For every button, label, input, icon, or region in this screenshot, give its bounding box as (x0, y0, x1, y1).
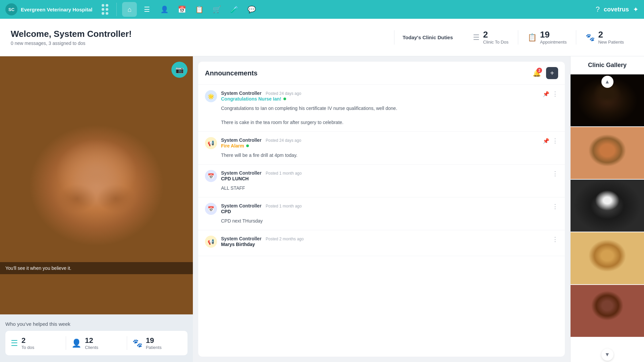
header-bar: Welcome, System Controller! 0 new messag… (0, 19, 644, 56)
announcement-meta: System Controller Posted 24 days ago Fir… (221, 137, 539, 148)
patients-stat: 🐾 19 Patients (132, 336, 182, 350)
nav-clients-button[interactable]: 👤 (157, 2, 172, 17)
dots-icon[interactable] (102, 4, 111, 15)
main-layout: 📷 You'll see it when you believe it. Who… (0, 56, 644, 362)
announcement-meta: System Controller Posted 1 month ago CPD… (221, 170, 548, 181)
announcement-poster: System Controller (221, 137, 262, 143)
add-announcement-button[interactable]: + (546, 67, 558, 79)
announcement-subject: Congratulations Nurse Ian! (221, 96, 539, 102)
patients-stat-icon: 🐾 (132, 339, 143, 348)
camera-button[interactable]: 📷 (171, 62, 187, 78)
announcement-avatar: 📅 (205, 170, 217, 182)
nav-home-button[interactable]: ⌂ (122, 2, 137, 17)
covetrus-logo: covetrus (604, 6, 629, 13)
announcement-item: 📅 System Controller Posted 1 month ago C… (198, 197, 565, 230)
announcement-item-actions: 📌 ⋮ (543, 137, 558, 144)
stats-label: Who you've helped this week (5, 321, 187, 327)
nav-cart-button[interactable]: 🛒 (209, 2, 224, 17)
hero-image: 📷 You'll see it when you believe it. (0, 56, 193, 314)
nav-divider (116, 3, 117, 16)
announcement-poster: System Controller (221, 170, 262, 176)
announcements-list: 🌟 System Controller Posted 24 days ago C… (198, 85, 565, 256)
clients-stat: 👤 12 Clients (71, 336, 127, 350)
announcement-time: Posted 2 months ago (266, 237, 304, 241)
welcome-title: Welcome, System Controller! (11, 29, 386, 39)
stats-bar: Who you've helped this week ☰ 2 To dos 👤… (0, 314, 193, 362)
duties-label: Today's Clinic Duties (402, 35, 453, 40)
help-button[interactable]: ? (596, 5, 600, 14)
announcement-avatar: 📢 (205, 137, 217, 149)
announcement-body: Congratulations to Ian on completing his… (221, 105, 558, 126)
center-panel: Announcements 🔔 2 + 🌟 System Controller (193, 56, 570, 362)
patients-stat-label: Patients (146, 345, 162, 350)
announcements-card: Announcements 🔔 2 + 🌟 System Controller (198, 62, 565, 357)
nav-records-button[interactable]: ☰ (140, 2, 154, 17)
nav-notes-button[interactable]: 📋 (192, 2, 207, 17)
todos-label: Clinic To Dos (483, 40, 508, 45)
gallery-scroll-down-button[interactable]: ▼ (601, 349, 613, 361)
announcement-meta: System Controller Posted 24 days ago Con… (221, 90, 539, 102)
gallery-image-beagle[interactable] (571, 232, 644, 284)
todos-stat-label: To dos (21, 345, 34, 350)
nav-chat-button[interactable]: 💬 (244, 2, 259, 17)
announcements-title: Announcements (205, 69, 258, 77)
more-options-button[interactable]: ⋮ (552, 137, 558, 144)
todos-stat-icon: ☰ (11, 339, 18, 348)
gallery-image-spaniel[interactable] (571, 285, 644, 337)
gallery-image-cat[interactable] (571, 127, 644, 179)
duties-section: Today's Clinic Duties ☰ 2 Clinic To Dos … (394, 30, 633, 45)
announcement-avatar: 📢 (205, 236, 217, 248)
notifications-bell-button[interactable]: 🔔 2 (531, 67, 543, 79)
nav-right-section: ? covetrus ✦ (596, 5, 639, 14)
todos-stat-count: 2 (21, 336, 34, 345)
more-options-button[interactable]: ⋮ (552, 90, 558, 98)
todos-count: 2 (483, 30, 508, 39)
announcement-item-actions: ⋮ (552, 170, 558, 177)
clients-stat-label: Clients (85, 345, 98, 350)
new-patients-item[interactable]: 🐾 2 New Patients (576, 30, 633, 45)
right-panel: Clinic Gallery ▲ ▼ (570, 56, 644, 362)
announcement-item: 📢 System Controller Posted 2 months ago … (198, 230, 565, 256)
gallery-image-border-collie[interactable] (571, 180, 644, 232)
announcement-item: 📅 System Controller Posted 1 month ago C… (198, 165, 565, 197)
pin-button[interactable]: 📌 (543, 138, 549, 144)
top-navigation: SC Evergreen Veterinary Hospital ⌂ ☰ 👤 📅… (0, 0, 644, 19)
announcement-item-actions: 📌 ⋮ (543, 90, 558, 98)
announcement-time: Posted 24 days ago (266, 138, 301, 143)
announcement-item-actions: ⋮ (552, 203, 558, 210)
announcement-body: There will be a fire drill at 4pm today. (221, 152, 558, 159)
clinic-todos-item[interactable]: ☰ 2 Clinic To Dos (464, 30, 518, 45)
announcement-item: 📢 System Controller Posted 24 days ago F… (198, 132, 565, 165)
announcement-item: 🌟 System Controller Posted 24 days ago C… (198, 85, 565, 132)
announcement-time: Posted 1 month ago (266, 171, 302, 176)
new-patients-icon: 🐾 (586, 33, 595, 42)
gallery-title: Clinic Gallery (571, 56, 644, 74)
todos-stat: ☰ 2 To dos (11, 336, 66, 350)
announcement-body: CPD next THursday (221, 218, 558, 225)
gallery-images (571, 74, 644, 337)
announcement-avatar: 🌟 (205, 90, 217, 102)
nav-lab-button[interactable]: 🧪 (227, 2, 241, 17)
gallery-scroll-up-button[interactable]: ▲ (601, 76, 613, 88)
announcement-time: Posted 1 month ago (266, 204, 302, 208)
appointments-icon: 📋 (528, 33, 537, 42)
clients-stat-icon: 👤 (71, 339, 82, 348)
announcement-time: Posted 24 days ago (266, 91, 301, 96)
online-dot (246, 144, 249, 147)
brand-name: Evergreen Veterinary Hospital (21, 7, 92, 12)
more-options-button[interactable]: ⋮ (552, 203, 558, 210)
more-options-button[interactable]: ⋮ (552, 236, 558, 243)
nav-calendar-button[interactable]: 📅 (174, 2, 189, 17)
brand-section: SC Evergreen Veterinary Hospital (5, 3, 92, 15)
announcement-poster: System Controller (221, 203, 262, 208)
bell-badge: 2 (537, 68, 542, 73)
welcome-section: Welcome, System Controller! 0 new messag… (11, 29, 386, 46)
brand-avatar: SC (5, 3, 17, 15)
announcement-poster: System Controller (221, 236, 262, 241)
announcement-meta: System Controller Posted 1 month ago CPD (221, 203, 548, 214)
appointments-label: Appointments (540, 40, 567, 45)
appointments-item[interactable]: 📋 19 Appointments (518, 30, 577, 45)
more-options-button[interactable]: ⋮ (552, 170, 558, 177)
announcements-actions: 🔔 2 + (531, 67, 558, 79)
pin-button[interactable]: 📌 (543, 91, 549, 97)
